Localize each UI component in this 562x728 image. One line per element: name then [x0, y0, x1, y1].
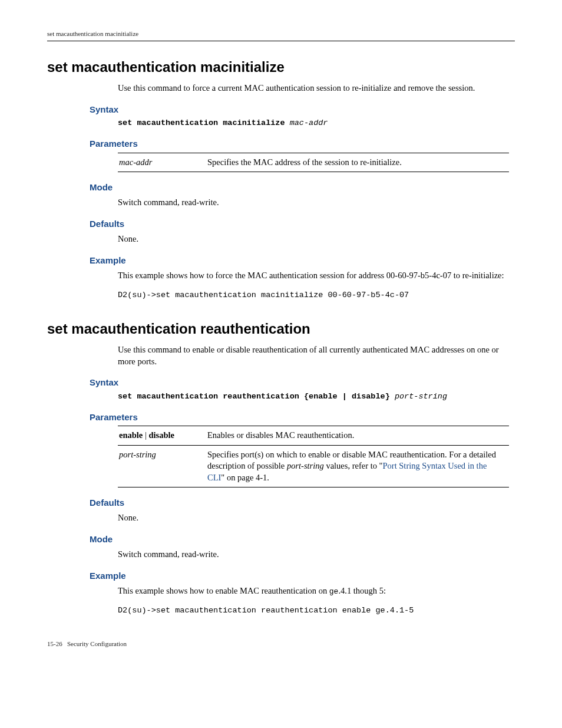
table-row: port-string Specifies port(s) on which t… — [118, 445, 509, 487]
syntax-code-2: set macauthentication reauthentication {… — [118, 391, 509, 402]
defaults-text-2: None. — [118, 512, 509, 524]
page-number: 15-26 — [47, 640, 62, 647]
example-heading-2: Example — [90, 570, 515, 582]
row2-desc-c: " on page 4-1. — [221, 473, 269, 482]
row2-desc-b: values, refer to " — [324, 461, 383, 470]
param-name-1: mac-addr — [118, 153, 206, 172]
example-code-1: D2(su)->set macauthentication macinitial… — [118, 290, 509, 301]
param2-row1-name: enable | disable — [118, 426, 206, 445]
section1-title: set macauthentication macinitialize — [47, 58, 515, 77]
sep: | — [143, 430, 148, 440]
example-intro-2a: This example shows how to enable MAC rea… — [118, 586, 329, 595]
example-heading-1: Example — [90, 255, 515, 266]
param2-row2-name: port-string — [118, 445, 206, 487]
syntax-code-1: set macauthentication macinitialize mac-… — [118, 118, 509, 129]
defaults-heading-1: Defaults — [90, 218, 515, 230]
running-header-text: set macauthentication macinitialize — [47, 30, 138, 37]
running-header: set macauthentication macinitialize — [47, 29, 515, 41]
mode-heading-2: Mode — [90, 533, 515, 545]
syntax-cmd-1: set macauthentication macinitialize — [118, 118, 285, 127]
disable-word: disable — [148, 430, 174, 440]
mode-text-1: Switch command, read-write. — [118, 197, 509, 209]
example-intro-2b: .4.1 though 5: — [338, 586, 386, 595]
syntax-arg-2: port-string — [395, 392, 447, 401]
example-intro-1: This example shows how to force the MAC … — [118, 270, 509, 282]
syntax-arg-1: mac-addr — [290, 118, 328, 127]
table-row: enable | disable Enables or disables MAC… — [118, 426, 509, 445]
table-row: mac-addr Specifies the MAC address of th… — [118, 153, 509, 172]
parameters-heading-2: Parameters — [90, 411, 515, 423]
syntax-heading-1: Syntax — [90, 104, 515, 116]
section1-intro: Use this command to force a current MAC … — [118, 83, 509, 94]
parameters-table-1: mac-addr Specifies the MAC address of th… — [118, 153, 509, 173]
param2-row2-desc: Specifies port(s) on which to enable or … — [206, 445, 509, 487]
mode-text-2: Switch command, read-write. — [118, 549, 509, 561]
defaults-heading-2: Defaults — [90, 497, 515, 509]
example-intro-2: This example shows how to enable MAC rea… — [118, 585, 509, 597]
parameters-table-2: enable | disable Enables or disables MAC… — [118, 426, 509, 487]
enable-word: enable — [119, 430, 143, 440]
defaults-text-1: None. — [118, 233, 509, 245]
param-desc-1: Specifies the MAC address of the session… — [206, 153, 509, 172]
page-footer: 15-26 Security Configuration — [47, 640, 515, 648]
param2-row1-desc: Enables or disables MAC reauthentication… — [206, 426, 509, 445]
syntax-heading-2: Syntax — [90, 377, 515, 388]
row2-desc-ital: port-string — [287, 461, 324, 470]
mode-heading-1: Mode — [90, 182, 515, 193]
section2-intro: Use this command to enable or disable re… — [118, 344, 509, 367]
example-code-2: D2(su)->set macauthentication reauthenti… — [118, 605, 509, 616]
parameters-heading-1: Parameters — [90, 138, 515, 150]
syntax-cmd-2: set macauthentication reauthentication {… — [118, 392, 390, 401]
example-intro-mono: ge — [329, 587, 339, 596]
section2-title: set macauthentication reauthentication — [47, 319, 515, 338]
chapter-name: Security Configuration — [67, 640, 127, 647]
